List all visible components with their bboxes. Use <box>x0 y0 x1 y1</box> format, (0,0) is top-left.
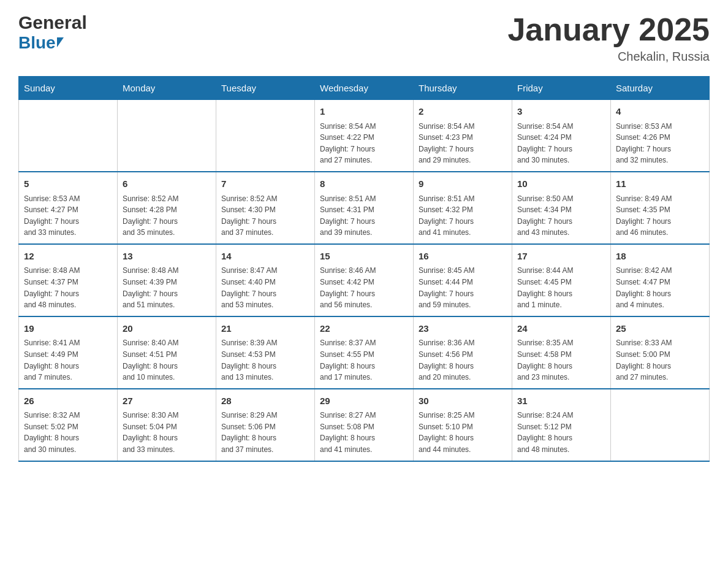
table-row <box>611 389 710 461</box>
table-row: 9Sunrise: 8:51 AM Sunset: 4:32 PM Daylig… <box>414 172 512 244</box>
day-info: Sunrise: 8:39 AM Sunset: 4:53 PM Dayligh… <box>221 337 309 383</box>
day-info: Sunrise: 8:42 AM Sunset: 4:47 PM Dayligh… <box>616 265 704 310</box>
day-info: Sunrise: 8:54 AM Sunset: 4:23 PM Dayligh… <box>419 121 507 166</box>
day-info: Sunrise: 8:35 AM Sunset: 4:58 PM Dayligh… <box>517 337 605 383</box>
day-info: Sunrise: 8:47 AM Sunset: 4:40 PM Dayligh… <box>221 265 309 310</box>
day-info: Sunrise: 8:50 AM Sunset: 4:34 PM Dayligh… <box>517 193 605 239</box>
table-row: 17Sunrise: 8:44 AM Sunset: 4:45 PM Dayli… <box>512 244 611 316</box>
calendar-body: 1Sunrise: 8:54 AM Sunset: 4:22 PM Daylig… <box>19 100 710 461</box>
day-number: 19 <box>24 322 112 336</box>
day-info: Sunrise: 8:40 AM Sunset: 4:51 PM Dayligh… <box>123 337 211 383</box>
day-info: Sunrise: 8:51 AM Sunset: 4:31 PM Dayligh… <box>320 193 408 239</box>
day-info: Sunrise: 8:29 AM Sunset: 5:06 PM Dayligh… <box>221 410 309 455</box>
day-number: 20 <box>123 322 211 336</box>
day-info: Sunrise: 8:36 AM Sunset: 4:56 PM Dayligh… <box>419 337 507 383</box>
logo-triangle-icon <box>57 37 64 47</box>
day-info: Sunrise: 8:30 AM Sunset: 5:04 PM Dayligh… <box>123 410 211 455</box>
table-row: 12Sunrise: 8:48 AM Sunset: 4:37 PM Dayli… <box>19 244 118 316</box>
table-row: 4Sunrise: 8:53 AM Sunset: 4:26 PM Daylig… <box>611 100 710 172</box>
day-number: 6 <box>123 177 211 191</box>
day-info: Sunrise: 8:44 AM Sunset: 4:45 PM Dayligh… <box>517 265 605 310</box>
header-tuesday: Tuesday <box>216 77 315 100</box>
table-row: 19Sunrise: 8:41 AM Sunset: 4:49 PM Dayli… <box>19 316 118 389</box>
day-number: 8 <box>320 177 408 191</box>
header-sunday: Sunday <box>19 77 118 100</box>
week-row-3: 12Sunrise: 8:48 AM Sunset: 4:37 PM Dayli… <box>19 244 710 316</box>
day-number: 5 <box>24 177 112 191</box>
header-wednesday: Wednesday <box>315 77 414 100</box>
day-info: Sunrise: 8:52 AM Sunset: 4:30 PM Dayligh… <box>221 193 309 239</box>
day-number: 4 <box>616 105 704 119</box>
day-info: Sunrise: 8:24 AM Sunset: 5:12 PM Dayligh… <box>517 410 605 455</box>
table-row <box>19 100 118 172</box>
table-row: 28Sunrise: 8:29 AM Sunset: 5:06 PM Dayli… <box>216 389 315 461</box>
day-info: Sunrise: 8:27 AM Sunset: 5:08 PM Dayligh… <box>320 410 408 455</box>
day-number: 14 <box>221 250 309 264</box>
day-number: 2 <box>419 105 507 119</box>
day-info: Sunrise: 8:48 AM Sunset: 4:39 PM Dayligh… <box>123 265 211 310</box>
day-number: 17 <box>517 250 605 264</box>
day-info: Sunrise: 8:49 AM Sunset: 4:35 PM Dayligh… <box>616 193 704 239</box>
week-row-2: 5Sunrise: 8:53 AM Sunset: 4:27 PM Daylig… <box>19 172 710 244</box>
table-row: 8Sunrise: 8:51 AM Sunset: 4:31 PM Daylig… <box>315 172 414 244</box>
calendar-table: SundayMondayTuesdayWednesdayThursdayFrid… <box>18 76 710 461</box>
day-number: 28 <box>221 394 309 408</box>
day-info: Sunrise: 8:33 AM Sunset: 5:00 PM Dayligh… <box>616 337 704 383</box>
day-number: 15 <box>320 250 408 264</box>
table-row: 25Sunrise: 8:33 AM Sunset: 5:00 PM Dayli… <box>611 316 710 389</box>
day-number: 9 <box>419 177 507 191</box>
day-number: 13 <box>123 250 211 264</box>
day-info: Sunrise: 8:25 AM Sunset: 5:10 PM Dayligh… <box>419 410 507 455</box>
table-row: 21Sunrise: 8:39 AM Sunset: 4:53 PM Dayli… <box>216 316 315 389</box>
days-of-week-row: SundayMondayTuesdayWednesdayThursdayFrid… <box>19 77 710 100</box>
week-row-4: 19Sunrise: 8:41 AM Sunset: 4:49 PM Dayli… <box>19 316 710 389</box>
table-row: 22Sunrise: 8:37 AM Sunset: 4:55 PM Dayli… <box>315 316 414 389</box>
day-number: 25 <box>616 322 704 336</box>
day-info: Sunrise: 8:32 AM Sunset: 5:02 PM Dayligh… <box>24 410 112 455</box>
day-info: Sunrise: 8:54 AM Sunset: 4:22 PM Dayligh… <box>320 121 408 166</box>
table-row: 18Sunrise: 8:42 AM Sunset: 4:47 PM Dayli… <box>611 244 710 316</box>
table-row: 24Sunrise: 8:35 AM Sunset: 4:58 PM Dayli… <box>512 316 611 389</box>
table-row <box>216 100 315 172</box>
table-row: 7Sunrise: 8:52 AM Sunset: 4:30 PM Daylig… <box>216 172 315 244</box>
day-number: 7 <box>221 177 309 191</box>
table-row: 11Sunrise: 8:49 AM Sunset: 4:35 PM Dayli… <box>611 172 710 244</box>
day-info: Sunrise: 8:45 AM Sunset: 4:44 PM Dayligh… <box>419 265 507 310</box>
table-row: 20Sunrise: 8:40 AM Sunset: 4:51 PM Dayli… <box>118 316 216 389</box>
table-row: 15Sunrise: 8:46 AM Sunset: 4:42 PM Dayli… <box>315 244 414 316</box>
day-number: 31 <box>517 394 605 408</box>
day-number: 1 <box>320 105 408 119</box>
day-number: 29 <box>320 394 408 408</box>
table-row: 14Sunrise: 8:47 AM Sunset: 4:40 PM Dayli… <box>216 244 315 316</box>
calendar-title: January 2025 <box>507 12 710 47</box>
logo: General Blue <box>18 12 87 53</box>
page-header: General Blue January 2025 Chekalin, Russ… <box>18 12 710 64</box>
header-friday: Friday <box>512 77 611 100</box>
day-number: 24 <box>517 322 605 336</box>
day-number: 11 <box>616 177 704 191</box>
table-row: 2Sunrise: 8:54 AM Sunset: 4:23 PM Daylig… <box>414 100 512 172</box>
logo-general-text: General <box>18 12 87 33</box>
table-row: 1Sunrise: 8:54 AM Sunset: 4:22 PM Daylig… <box>315 100 414 172</box>
logo-blue-text: Blue <box>18 33 56 53</box>
week-row-1: 1Sunrise: 8:54 AM Sunset: 4:22 PM Daylig… <box>19 100 710 172</box>
header-thursday: Thursday <box>414 77 512 100</box>
day-info: Sunrise: 8:54 AM Sunset: 4:24 PM Dayligh… <box>517 121 605 166</box>
day-number: 30 <box>419 394 507 408</box>
day-info: Sunrise: 8:53 AM Sunset: 4:27 PM Dayligh… <box>24 193 112 239</box>
header-monday: Monday <box>118 77 216 100</box>
day-number: 22 <box>320 322 408 336</box>
day-number: 12 <box>24 250 112 264</box>
table-row: 29Sunrise: 8:27 AM Sunset: 5:08 PM Dayli… <box>315 389 414 461</box>
day-number: 21 <box>221 322 309 336</box>
table-row: 23Sunrise: 8:36 AM Sunset: 4:56 PM Dayli… <box>414 316 512 389</box>
day-info: Sunrise: 8:41 AM Sunset: 4:49 PM Dayligh… <box>24 337 112 383</box>
header-saturday: Saturday <box>611 77 710 100</box>
table-row <box>118 100 216 172</box>
day-number: 18 <box>616 250 704 264</box>
table-row: 5Sunrise: 8:53 AM Sunset: 4:27 PM Daylig… <box>19 172 118 244</box>
day-number: 16 <box>419 250 507 264</box>
table-row: 26Sunrise: 8:32 AM Sunset: 5:02 PM Dayli… <box>19 389 118 461</box>
day-number: 10 <box>517 177 605 191</box>
table-row: 30Sunrise: 8:25 AM Sunset: 5:10 PM Dayli… <box>414 389 512 461</box>
